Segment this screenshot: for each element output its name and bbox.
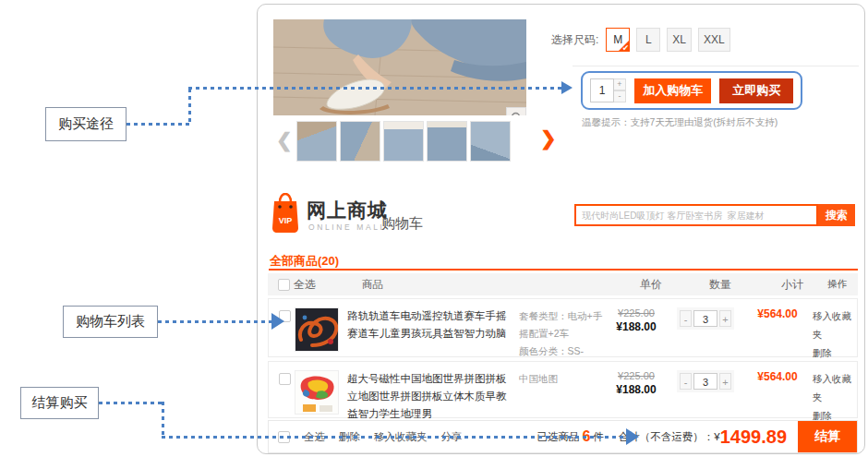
move-to-favorites-link[interactable]: 移入收藏夹 xyxy=(813,370,857,407)
quantity-plus-button[interactable]: + xyxy=(719,310,731,327)
cart-item-spec: 中国地图 xyxy=(519,370,604,388)
product-photo-art xyxy=(273,19,526,115)
checkout-button[interactable]: 结算 xyxy=(798,421,857,452)
product-main-photo xyxy=(273,19,526,115)
quantity-value[interactable]: 3 xyxy=(693,373,717,390)
header-unit-price: 单价 xyxy=(619,277,683,293)
annotation-checkout: 结算购买 xyxy=(20,387,99,419)
header-product: 商品 xyxy=(362,276,534,294)
header-subtotal: 小计 xyxy=(757,277,827,293)
product-thumbnail[interactable] xyxy=(296,121,337,162)
divider xyxy=(573,66,859,66)
connector-dotted-line xyxy=(162,402,164,438)
quantity-minus-button[interactable]: - xyxy=(614,90,626,102)
row-quantity-stepper: - 3 + xyxy=(677,370,734,392)
delete-link[interactable]: 删除 xyxy=(813,344,857,363)
connector-dotted-line xyxy=(127,123,191,126)
cart-item-image-map[interactable] xyxy=(295,370,339,415)
thumbnail-strip xyxy=(296,121,511,162)
cart-item-title[interactable]: 路轨轨道车电动遥控轨道赛车手摇赛道车儿童男孩玩具益智智力动脑 xyxy=(347,307,519,343)
mall-card: ❮ ❯ 选择尺码: M ✔ L XL XXL + xyxy=(257,4,865,454)
size-label: 选择尺码: xyxy=(551,28,598,52)
cart-item-price: ¥225.00 ¥188.00 xyxy=(604,370,669,396)
cart-item-title[interactable]: 超大号磁性中国地图世界拼图拼板立地图世界拼图拼板立体木质早教益智力学生地理男 xyxy=(347,370,519,423)
checkmark-icon: ✔ xyxy=(622,43,630,53)
return-policy-tip: 温馨提示：支持7天无理由退货(拆封后不支持) xyxy=(582,116,778,129)
header-actions: 操作 xyxy=(827,275,858,294)
magnifier-icon xyxy=(511,112,523,116)
carousel-prev-icon[interactable]: ❮ xyxy=(276,130,293,150)
search-bar: 搜索 xyxy=(574,204,855,226)
quantity-plus-button[interactable]: + xyxy=(614,78,626,90)
header-select-all: 全选 xyxy=(294,277,325,293)
quantity-stepper: + - xyxy=(590,78,626,102)
quantity-input[interactable] xyxy=(590,78,614,102)
product-thumbnail[interactable] xyxy=(427,121,467,162)
buy-now-button[interactable]: 立即购买 xyxy=(719,78,793,103)
move-to-favorites-link[interactable]: 移入收藏夹 xyxy=(813,307,857,344)
mall-subtitle: ONLINE MALL xyxy=(308,222,387,232)
product-thumbnail[interactable] xyxy=(383,121,424,162)
annotation-purchase-path: 购买途径 xyxy=(45,107,127,141)
size-chip-l[interactable]: L xyxy=(636,28,660,52)
total-value: 1499.89 xyxy=(720,427,787,448)
connector-dotted-line xyxy=(188,89,191,126)
select-all-checkbox[interactable] xyxy=(278,279,290,291)
quantity-plus-button[interactable]: + xyxy=(719,373,731,390)
cart-item-image-racetrack[interactable] xyxy=(295,307,339,352)
quantity-minus-button[interactable]: - xyxy=(680,310,692,327)
cart-item-subtotal: ¥564.00 xyxy=(742,370,813,383)
purchase-action-box: + - 加入购物车 立即购买 xyxy=(581,71,802,110)
connector-dotted-line xyxy=(99,402,164,404)
cart-row-1: 路轨轨道车电动遥控轨道赛车手摇赛道车儿童男孩玩具益智智力动脑 套餐类型：电动+手… xyxy=(268,298,858,357)
page-title-cart: 购物车 xyxy=(381,215,423,233)
quantity-minus-button[interactable]: - xyxy=(680,373,692,390)
header-quantity: 数量 xyxy=(683,277,757,293)
size-chip-xxl[interactable]: XXL xyxy=(698,28,730,52)
arrow-right-icon xyxy=(271,313,284,330)
mall-logo-icon: VIP xyxy=(271,193,299,234)
row-quantity-stepper: - 3 + xyxy=(677,307,734,330)
svg-text:VIP: VIP xyxy=(279,216,293,225)
search-button[interactable]: 搜索 xyxy=(818,204,855,226)
cart-item-price: ¥225.00 ¥188.00 xyxy=(604,307,669,333)
annotation-cart-list: 购物车列表 xyxy=(63,306,158,338)
zoom-button[interactable] xyxy=(506,107,526,115)
carousel-next-icon[interactable]: ❯ xyxy=(540,128,557,148)
arrow-right-icon xyxy=(561,81,573,94)
quantity-value[interactable]: 3 xyxy=(693,310,717,327)
cart-table-header: 全选 商品 单价 数量 小计 操作 xyxy=(268,273,858,295)
cart-item-subtotal: ¥564.00 xyxy=(742,307,813,320)
size-selector: 选择尺码: M ✔ L XL XXL xyxy=(551,28,737,52)
arrow-right-icon xyxy=(626,428,639,445)
connector-dotted-line xyxy=(162,436,626,439)
connector-dotted-line xyxy=(158,320,272,323)
row-checkbox[interactable] xyxy=(279,373,291,385)
tab-underline xyxy=(269,269,858,271)
add-to-cart-button[interactable]: 加入购物车 xyxy=(634,78,711,103)
tab-all-items[interactable]: 全部商品(20) xyxy=(270,253,339,270)
mall-name: 网上商城 xyxy=(307,198,388,223)
search-input[interactable] xyxy=(574,204,818,226)
product-thumbnail[interactable] xyxy=(470,121,511,162)
cart-row-2: 超大号磁性中国地图世界拼图拼板立地图世界拼图拼板立体木质早教益智力学生地理男 中… xyxy=(268,361,858,418)
connector-dotted-line xyxy=(188,87,563,90)
product-thumbnail[interactable] xyxy=(340,121,380,162)
size-chip-m[interactable]: M ✔ xyxy=(606,28,630,52)
size-chip-xl[interactable]: XL xyxy=(667,28,692,52)
page: 购买途径 购物车列表 结算购买 xyxy=(0,0,868,457)
